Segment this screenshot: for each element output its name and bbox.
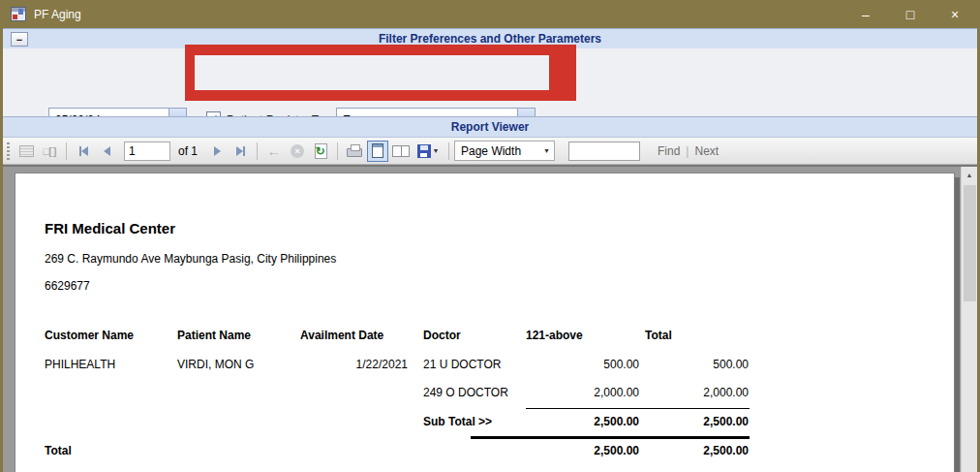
back-button[interactable]: ← bbox=[263, 141, 285, 162]
facility-phone: 6629677 bbox=[45, 279, 90, 293]
toolbar-grip[interactable] bbox=[7, 142, 10, 160]
refresh-button[interactable]: ↻ bbox=[310, 141, 331, 162]
scroll-up-icon[interactable]: ▲ bbox=[962, 167, 977, 183]
subtotal-total: 2,500.00 bbox=[617, 415, 749, 428]
report-viewer-header: Report Viewer bbox=[3, 116, 977, 138]
page-count-label: of 1 bbox=[178, 144, 198, 158]
page-setup-button[interactable] bbox=[390, 141, 412, 162]
cell-total: 2,000.00 bbox=[617, 386, 749, 399]
maximize-button[interactable]: □ bbox=[888, 0, 933, 28]
report-canvas: FRI Medical Center 269 C. Raymundo Ave M… bbox=[3, 165, 977, 472]
first-page-icon bbox=[81, 146, 88, 156]
stop-button[interactable]: × bbox=[287, 141, 308, 162]
report-page: FRI Medical Center 269 C. Raymundo Ave M… bbox=[15, 173, 955, 472]
facility-address: 269 C. Raymundo Ave Maybunga Pasig, City… bbox=[45, 252, 336, 266]
scrollbar-thumb[interactable] bbox=[964, 185, 976, 301]
app-window: PF Aging – □ × − Filter Preferences and … bbox=[0, 0, 980, 472]
chevron-down-icon: ▼ bbox=[539, 142, 554, 160]
cell-total: 500.00 bbox=[617, 358, 749, 371]
grand-total-total: 2,500.00 bbox=[617, 444, 749, 457]
table-row: 249 O DOCTOR 2,000.00 2,000.00 bbox=[15, 386, 954, 401]
col-patient-name: Patient Name bbox=[177, 329, 298, 342]
page-setup-icon bbox=[392, 145, 410, 157]
stop-icon: × bbox=[291, 144, 304, 158]
subtotal-rule bbox=[526, 408, 750, 409]
cell-patient: VIRDI, MON G bbox=[177, 358, 298, 371]
parameters-button[interactable]: □[ ] bbox=[39, 141, 60, 162]
next-page-icon bbox=[214, 146, 221, 156]
save-icon bbox=[417, 144, 431, 158]
col-availment-date: Availment Date bbox=[300, 329, 383, 342]
title-bar: PF Aging – □ × bbox=[3, 0, 977, 28]
print-layout-icon bbox=[372, 143, 383, 158]
col-doctor: Doctor bbox=[423, 329, 539, 342]
page-number-input[interactable] bbox=[124, 142, 170, 161]
close-button[interactable]: × bbox=[933, 0, 977, 28]
filter-section-title: Filter Preferences and Other Parameters bbox=[379, 32, 601, 46]
find-link[interactable]: Find bbox=[658, 144, 680, 158]
chevron-down-icon: ▼ bbox=[433, 147, 440, 154]
find-input[interactable] bbox=[568, 142, 640, 161]
previous-page-icon bbox=[104, 146, 110, 156]
last-page-icon bbox=[236, 146, 243, 156]
print-layout-button[interactable] bbox=[367, 141, 388, 162]
zoom-value: Page Width bbox=[455, 142, 539, 160]
cell-availment-date: 1/22/2021 bbox=[300, 358, 408, 371]
refresh-icon: ↻ bbox=[315, 143, 327, 159]
grand-total-label: Total bbox=[45, 444, 175, 457]
back-arrow-icon: ← bbox=[267, 142, 282, 159]
document-map-icon bbox=[19, 145, 34, 157]
previous-page-button[interactable] bbox=[96, 141, 117, 162]
printer-icon bbox=[347, 148, 362, 157]
grand-total-row: Total 2,500.00 2,500.00 bbox=[15, 444, 954, 459]
first-page-button[interactable] bbox=[73, 141, 94, 162]
print-button[interactable] bbox=[344, 141, 365, 162]
subtotal-row: Sub Total >> 2,500.00 2,500.00 bbox=[15, 415, 954, 430]
col-total: Total bbox=[645, 329, 672, 342]
export-button[interactable]: ▼ bbox=[413, 141, 443, 162]
cell-customer: PHILHEALTH bbox=[45, 358, 175, 371]
facility-name: FRI Medical Center bbox=[45, 220, 175, 236]
filter-section-header: − Filter Preferences and Other Parameter… bbox=[3, 28, 977, 48]
filter-panel: As of 05/02/24 ▼ ✓ Patient Registry Type… bbox=[3, 48, 977, 116]
collapse-button[interactable]: − bbox=[11, 32, 28, 47]
report-viewer-title: Report Viewer bbox=[451, 120, 529, 134]
col-customer-name: Customer Name bbox=[45, 329, 175, 342]
col-121-above: 121-above bbox=[526, 329, 583, 342]
app-icon bbox=[11, 7, 26, 21]
grand-total-rule bbox=[471, 436, 750, 439]
report-toolbar: □[ ] of 1 ← × ↻ ▼ Page Width ▼ Find | Ne… bbox=[3, 138, 977, 165]
document-map-button[interactable] bbox=[15, 141, 37, 162]
zoom-select[interactable]: Page Width ▼ bbox=[454, 141, 555, 161]
last-page-button[interactable] bbox=[230, 141, 251, 162]
table-row: PHILHEALTH VIRDI, MON G 1/22/2021 21 U D… bbox=[15, 358, 954, 373]
next-link[interactable]: Next bbox=[694, 144, 719, 158]
window-title: PF Aging bbox=[34, 8, 81, 21]
parameters-icon: □[ ] bbox=[43, 145, 55, 157]
minimize-button[interactable]: – bbox=[843, 0, 888, 28]
table-header-row: Customer Name Patient Name Availment Dat… bbox=[15, 329, 954, 344]
vertical-scrollbar[interactable]: ▲ bbox=[961, 167, 977, 472]
next-page-button[interactable] bbox=[206, 141, 228, 162]
